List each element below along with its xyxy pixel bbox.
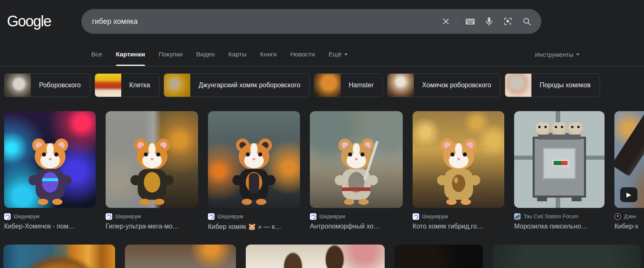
result-source[interactable]: Шедеврум [422,213,448,219]
result-caption: Шедеврум Антропоморфный хо… [310,213,403,230]
result-title[interactable]: Кибер хомяк 🐹 » — к… [208,223,300,231]
chevron-down-icon [576,54,579,56]
image-result-card: Tau Ceti Station Forum Морозилка пиксель… [514,111,605,231]
tab-label: Покупки [159,51,182,58]
chip-thumbnail [95,74,121,97]
result-image[interactable] [125,245,236,268]
freezer-foot [537,197,547,201]
chip-dzhungarskiy[interactable]: Джунгарский хомяк роборовского [164,73,309,97]
tab-label: Все [91,51,102,58]
result-image[interactable] [413,111,504,208]
site-favicon [514,213,521,220]
tab-label: Книги [260,51,277,58]
image-result-card: Шедеврум Гипер-ультра-мега-мо… [106,111,198,231]
hamster-illustration [121,130,183,207]
search-divider [458,16,458,27]
result-source[interactable]: Шедеврум [115,213,141,219]
tab-shopping[interactable]: Покупки [159,43,182,66]
related-searches-row: Роборовского Клетка Джунгарский хомяк ро… [4,73,644,97]
clear-icon[interactable] [441,16,451,27]
tab-label: Картинки [116,51,145,58]
hamster-illustration [19,130,81,207]
result-caption: Шедеврум Кибер-Хомячок - пом… [4,213,96,230]
result-source[interactable]: Шедеврум [14,213,39,219]
tab-books[interactable]: Книги [260,43,277,66]
site-favicon [413,213,419,220]
chevron-down-icon [344,54,348,56]
hamster-illustration [223,130,285,207]
keyboard-icon[interactable] [465,16,475,27]
result-image[interactable] [4,111,96,208]
tab-bar: Все Картинки Покупки Видео Карты Книги Н… [0,43,644,66]
result-caption: Tau Ceti Station Forum Морозилка пиксель… [514,213,605,230]
site-favicon: ✦ [614,213,621,220]
image-result-card: Шедеврум Антропоморфный хо… [310,111,403,231]
site-favicon [106,213,112,220]
pixel-hamster [536,122,549,135]
tab-news[interactable]: Новости [290,43,315,66]
tools-button[interactable]: Инструменты [535,51,579,58]
result-caption: Шедеврум Кибер хомяк 🐹 » — к… [208,213,300,231]
search-bar[interactable] [81,9,541,34]
site-favicon [4,213,11,220]
active-tab-underline [116,65,145,66]
play-button[interactable]: ▶ [620,187,637,202]
chip-thumbnail [164,74,190,97]
chip-hamster[interactable]: Hamster [314,73,383,97]
result-image[interactable] [208,111,300,208]
tab-more[interactable]: Ещё [328,43,348,66]
result-title[interactable]: Морозилка пиксельно… [514,223,605,230]
result-title[interactable]: Кото хомяк гибрид,го… [413,223,504,230]
tab-label: Видео [196,51,215,58]
result-image[interactable] [3,245,115,268]
image-result-card: Шедеврум Кибер-Хомячок - пом… [4,111,96,231]
google-lens-icon[interactable] [503,16,513,27]
freezer-button [552,160,569,166]
result-title[interactable]: Антропоморфный хо… [310,223,403,230]
result-source[interactable]: Шедеврум [217,213,243,219]
chip-label: Джунгарский хомяк роборовского [190,82,309,89]
dark-object [614,111,644,177]
site-favicon [310,213,316,220]
result-image[interactable] [106,111,198,208]
chip-kletka[interactable]: Клетка [95,73,160,97]
chip-label: Hamster [341,82,383,89]
chip-label: Клетка [121,82,159,89]
result-image[interactable] [310,111,403,208]
tab-label: Карты [229,51,247,58]
hamster-illustration [325,130,387,207]
image-result-card: Шедеврум Кибер хомяк 🐹 » — к… [208,111,300,231]
tools-label: Инструменты [535,51,573,58]
chip-roborovskogo[interactable]: Роборовского [4,73,90,97]
pixel-hamster [568,122,582,135]
freezer-foot [572,197,582,201]
image-result-card: Шедеврум Кото хомяк гибрид,го… [413,111,504,231]
result-source[interactable]: Tau Ceti Station Forum [524,213,578,219]
tab-all[interactable]: Все [91,43,102,66]
search-input[interactable] [92,17,441,26]
result-video-thumbnail[interactable]: ▶ [614,111,644,208]
result-source[interactable]: Дзен [624,213,636,219]
tab-maps[interactable]: Карты [229,43,247,66]
result-image[interactable] [395,245,483,268]
chip-thumbnail [5,74,31,97]
result-image[interactable] [514,111,605,208]
search-icon[interactable] [522,16,532,27]
image-result-card: ▶ ✦Дзен Кибер-х [614,111,644,231]
result-title[interactable]: Гипер-ультра-мега-мо… [106,223,198,230]
play-icon: ▶ [626,191,631,198]
chip-label: Хомячок роборовского [414,82,500,89]
tab-images[interactable]: Картинки [116,43,145,66]
tab-videos[interactable]: Видео [196,43,215,66]
chip-label: Породы хомяков [531,82,600,89]
result-image[interactable] [493,245,641,268]
result-title[interactable]: Кибер-х [614,223,644,230]
chip-porody[interactable]: Породы хомяков [505,73,600,97]
result-title[interactable]: Кибер-Хомячок - пом… [4,223,96,230]
chip-khomyachok[interactable]: Хомячок роборовского [387,73,501,97]
hamster-illustration [428,130,489,207]
google-logo[interactable]: Google [7,9,55,34]
microphone-icon[interactable] [484,16,494,27]
result-image[interactable] [246,245,385,268]
result-source[interactable]: Шедеврум [319,213,345,219]
